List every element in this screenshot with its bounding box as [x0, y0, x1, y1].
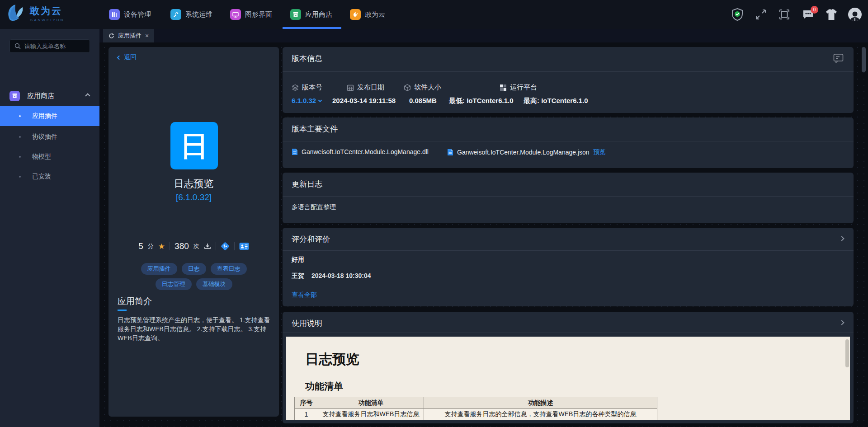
chevron-up-icon: [85, 93, 90, 98]
sidebar-group-app-store[interactable]: 应用商店: [0, 85, 99, 106]
section-title: 更新日志: [292, 179, 322, 189]
page-scrollbar[interactable]: [862, 47, 866, 72]
tag[interactable]: 查看日志: [211, 263, 247, 275]
section-title: 使用说明: [292, 318, 322, 328]
intro-title: 应用简介: [118, 296, 152, 307]
doc-scrollbar[interactable]: [845, 339, 849, 367]
file-icon: [292, 148, 298, 155]
user-avatar[interactable]: [848, 8, 862, 21]
tag[interactable]: 基础模块: [196, 278, 232, 290]
view-all-link[interactable]: 查看全部: [292, 291, 317, 299]
divider: [283, 333, 854, 333]
sidebar-item-protocol-plugins[interactable]: 协议插件: [0, 127, 99, 147]
chevron-down-icon: [318, 99, 322, 102]
refresh-icon[interactable]: [108, 33, 114, 39]
file-item-dll: Ganweisoft.IoTCenter.Module.LogManage.dl…: [292, 148, 429, 155]
sidebar: 应用商店 应用插件 协议插件 物模型 已安装 收起侧边栏: [0, 29, 99, 427]
version-dropdown[interactable]: 6.1.0.32: [292, 97, 321, 104]
top-navbar: 敢为云 GANWEIYUN 设备管理 系统运维 图形界面: [0, 0, 868, 29]
sidebar-item-app-plugins[interactable]: 应用插件: [0, 106, 99, 126]
divider: [283, 196, 854, 197]
main-files-card: 版本主要文件 Ganweisoft.IoTCenter.Module.LogMa…: [283, 117, 854, 168]
download-icon: [204, 243, 211, 250]
doc-title: 日志预览: [305, 350, 359, 369]
tab-bar: 应用插件 ×: [99, 29, 868, 42]
section-title: 版本信息: [292, 53, 322, 64]
app-version: [6.1.0.32]: [108, 192, 279, 202]
feature-table: 序号 功能清单 功能描述 1 支持查看服务日志和WEB日志信息 支持查看服务日志…: [294, 397, 657, 420]
nav-item-graphics[interactable]: 图形界面: [230, 0, 272, 29]
nav-item-ganweiyun[interactable]: 敢为云: [350, 0, 385, 29]
fullscreen-icon[interactable]: [754, 8, 768, 21]
active-nav-underline: [283, 27, 341, 29]
reviewer-name: 王贺: [292, 272, 304, 280]
star-icon: ★: [158, 242, 165, 251]
platform-grid-icon: [500, 84, 507, 91]
rating-unit: 分: [148, 242, 154, 250]
platform-min-value: 最低: IoTCenter6.1.0: [449, 97, 514, 105]
col-header: 功能清单: [318, 397, 424, 409]
bullet-dot: [19, 156, 21, 158]
size-value: 0.085MB: [409, 97, 437, 104]
comment-icon[interactable]: [833, 53, 844, 63]
close-icon[interactable]: ×: [145, 33, 149, 39]
layers-icon: [292, 84, 299, 91]
sidebar-group-label: 应用商店: [27, 92, 54, 100]
tab-app-plugins[interactable]: 应用插件 ×: [103, 29, 154, 42]
butterfly-logo-icon: [5, 3, 25, 23]
release-date-value: 2024-03-14 19:11:58: [332, 97, 396, 104]
divider: [216, 242, 216, 250]
app-icon: 日: [170, 122, 218, 169]
id-card-icon[interactable]: [239, 242, 249, 250]
tag[interactable]: 应用插件: [141, 263, 177, 275]
sidebar-item-installed[interactable]: 已安装: [0, 167, 99, 187]
doc-subtitle: 功能清单: [305, 380, 343, 393]
app-root: 敢为云 GANWEIYUN 设备管理 系统运维 图形界面: [0, 0, 868, 427]
app-tags: 应用插件 日志 查看日志 日志管理 基础模块: [108, 263, 279, 290]
preview-link[interactable]: 预览: [593, 148, 606, 156]
message-icon[interactable]: 0: [801, 8, 815, 21]
tag[interactable]: 日志: [182, 263, 206, 275]
divider: [234, 242, 235, 250]
changelog-text: 多语言配置整理: [292, 203, 336, 211]
git-icon[interactable]: [221, 242, 230, 251]
menu-search[interactable]: [9, 39, 90, 53]
sidebar-item-thing-model[interactable]: 物模型: [0, 147, 99, 167]
rating-value: 5: [138, 241, 143, 251]
ops-wrench-icon: [170, 9, 181, 20]
brand-name: 敢为云: [30, 5, 64, 17]
theme-shirt-icon[interactable]: [825, 8, 838, 21]
divider: [283, 71, 854, 72]
table-header-row: 序号 功能清单 功能描述: [295, 397, 657, 409]
tag[interactable]: 日志管理: [156, 278, 192, 290]
search-input[interactable]: [24, 43, 104, 50]
chevron-right-icon[interactable]: [839, 236, 844, 241]
frame-icon[interactable]: [778, 8, 791, 21]
shield-check-icon[interactable]: [731, 8, 744, 21]
brand-logo[interactable]: 敢为云 GANWEIYUN: [5, 3, 64, 23]
nav-item-device-management[interactable]: 设备管理: [109, 0, 151, 29]
bullet-dot: [19, 176, 21, 178]
intro-title-underline: [118, 310, 127, 311]
nav-item-system-ops[interactable]: 系统运维: [170, 0, 212, 29]
divider: [283, 141, 854, 141]
file-name: Ganweisoft.IoTCenter.Module.LogManage.dl…: [302, 148, 429, 155]
app-name: 日志预览: [108, 177, 279, 191]
back-chevron-icon: [117, 55, 122, 60]
message-badge: 0: [811, 6, 818, 14]
nav-item-app-store[interactable]: 应用商店: [290, 0, 332, 29]
changelog-card: 更新日志 多语言配置整理: [283, 173, 854, 223]
graphics-monitor-icon: [230, 9, 241, 20]
file-icon: [447, 149, 453, 156]
bullet-dot: [19, 136, 21, 138]
app-stats-row: 5 分 ★ 380 次: [108, 241, 279, 251]
back-button[interactable]: 返回: [118, 53, 137, 61]
bullet-dot: [19, 115, 21, 117]
search-icon: [14, 43, 21, 49]
chevron-right-icon[interactable]: [839, 320, 844, 325]
field-label-size: 软件大小: [404, 83, 441, 92]
store-icon: [290, 9, 301, 20]
field-label-release-date: 发布日期: [347, 83, 384, 92]
file-name: Ganweisoft.IoTCenter.Module.LogManage.js…: [457, 149, 590, 156]
app-detail-panel: 返回 日 日志预览 [6.1.0.32] 5 分 ★ 380 次 应用插件: [108, 47, 279, 417]
